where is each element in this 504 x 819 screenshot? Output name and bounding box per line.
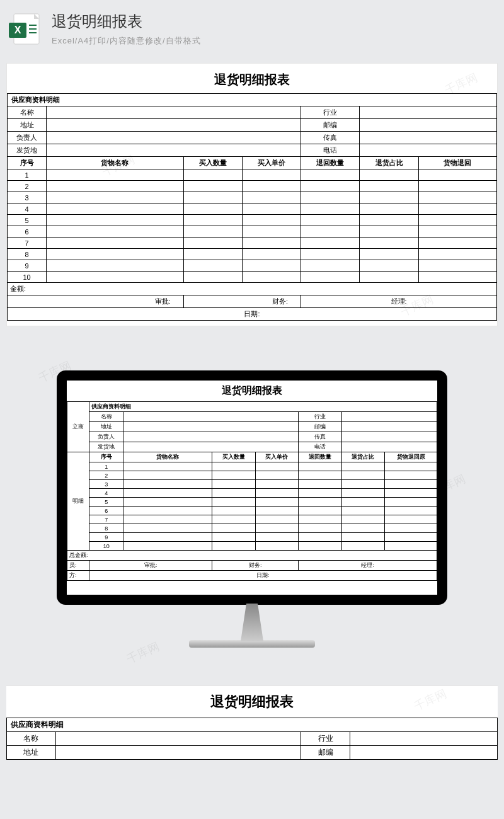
table-row: 4 [8, 203, 497, 215]
col-goods: 货物名称 [47, 157, 184, 169]
preview-card: 千库网 千库网 千库网 退货明细报表 供应商资料明细 名称行业 地址邮编 负责人… [6, 63, 498, 326]
col-price-in: 买入单价 [242, 157, 301, 169]
table-row: 6 [8, 226, 497, 238]
report-title: 退货明细报表 [7, 71, 497, 88]
report-table-snippet: 供应商资料明细 名称行业 地址邮编 [6, 718, 498, 760]
bottom-snippet: 千库网 退货明细报表 供应商资料明细 名称行业 地址邮编 [6, 685, 498, 760]
amount-label: 金额: [8, 283, 497, 295]
table-row: 1 [8, 169, 497, 181]
table-row: 8 [8, 249, 497, 260]
col-reason: 货物退回 [418, 157, 496, 169]
supplier-header: 供应商资料明细 [8, 94, 497, 106]
report-title: 退货明细报表 [6, 692, 498, 711]
date-label: 日期: [8, 308, 497, 321]
report-table: 立商供应商资料明细 名称行业 地址邮编 负责人传真 发货地电话 明细 序号 货物… [67, 401, 437, 581]
page-header: X 退货明细报表 Excel/A4打印/内容随意修改/自带格式 [0, 0, 504, 55]
report-table: 供应商资料明细 名称行业 地址邮编 负责人传真 发货地电话 序号 货物名称 买入… [7, 93, 497, 321]
finance-label: 财务: [183, 295, 301, 308]
table-row: 5 [8, 215, 497, 226]
page-title: 退货明细报表 [52, 11, 201, 32]
table-row: 7 [8, 238, 497, 249]
table-row: 2 [8, 181, 497, 192]
col-qty-in: 买入数量 [183, 157, 242, 169]
page-subtitle: Excel/A4打印/内容随意修改/自带格式 [52, 35, 201, 47]
svg-text:X: X [14, 25, 21, 35]
watermark: 千库网 [124, 639, 161, 667]
manager-label: 经理: [301, 295, 497, 308]
monitor-mockup: 千库网 千库网 千库网 退货明细报表 立商供应商资料明细 名称行业 地址邮编 负… [0, 352, 504, 685]
col-qty-return: 退回数量 [301, 157, 360, 169]
monitor-stand [233, 604, 271, 641]
table-row: 3 [8, 192, 497, 203]
col-ratio: 退货占比 [360, 157, 418, 169]
monitor-screen: 退货明细报表 立商供应商资料明细 名称行业 地址邮编 负责人传真 发货地电话 明… [67, 381, 437, 595]
table-row: 9 [8, 260, 497, 272]
approve-label: 审批: [8, 295, 184, 308]
table-row: 10 [8, 272, 497, 283]
monitor-frame: 退货明细报表 立商供应商资料明细 名称行业 地址邮编 负责人传真 发货地电话 明… [57, 370, 447, 605]
col-no: 序号 [8, 157, 47, 169]
excel-icon: X [8, 11, 43, 47]
report-title: 退货明细报表 [67, 384, 437, 398]
